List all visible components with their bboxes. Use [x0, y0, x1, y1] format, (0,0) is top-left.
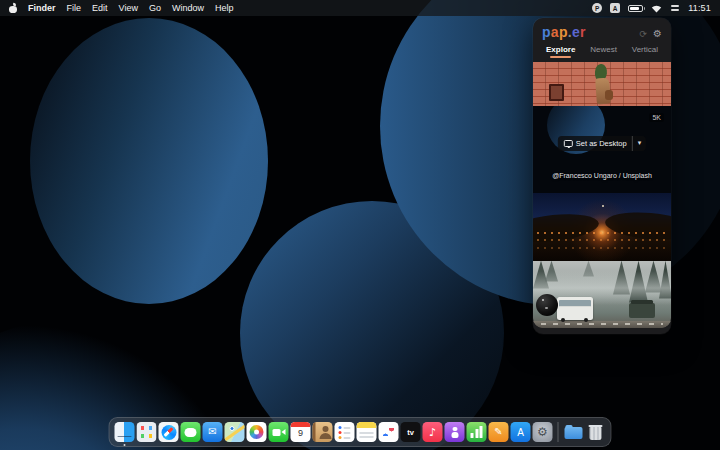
photo-detail — [604, 209, 671, 243]
menu-go[interactable]: Go — [149, 0, 161, 16]
logo-letter: a — [551, 24, 559, 40]
control-center-icon[interactable] — [670, 4, 680, 13]
dock: ✉ 9 tv ♪ ✎ A ⚙ — [109, 417, 612, 447]
monitor-icon — [564, 140, 573, 147]
chevron-down-icon[interactable]: ▾ — [633, 137, 647, 150]
dock-safari-icon[interactable] — [159, 422, 179, 442]
tab-newest[interactable]: Newest — [590, 45, 617, 55]
photo-detail — [629, 303, 655, 318]
dock-freeform-icon[interactable] — [379, 422, 399, 442]
calendar-day-number: 9 — [291, 428, 311, 439]
menu-file[interactable]: File — [67, 0, 82, 16]
wallpaper-thumbnail-foggy-forest[interactable] — [533, 261, 671, 328]
tab-vertical[interactable]: Vertical — [632, 45, 658, 55]
input-source-icon[interactable]: A — [610, 3, 620, 13]
logo-letter: p — [542, 24, 551, 40]
logo-letter: p — [559, 24, 568, 40]
dock-finder-icon[interactable] — [115, 422, 135, 442]
menu-help[interactable]: Help — [215, 0, 234, 16]
dock-music-icon[interactable]: ♪ — [423, 422, 443, 442]
photo-detail — [602, 205, 604, 207]
dock-downloads-folder-icon[interactable] — [564, 422, 584, 442]
wifi-icon[interactable] — [651, 4, 662, 13]
panel-tabs: Explore Newest Vertical — [533, 39, 671, 62]
wallpaper-circle-top-left — [30, 18, 268, 304]
photo-detail — [605, 90, 613, 100]
photo-detail — [537, 232, 667, 234]
dock-messages-icon[interactable] — [181, 422, 201, 442]
dock-podcasts-icon[interactable] — [445, 422, 465, 442]
running-indicator — [124, 444, 126, 446]
menu-bar: Finder File Edit View Go Window Help P A… — [0, 0, 720, 16]
paper-menu-extra-icon[interactable]: P — [592, 3, 602, 13]
menu-bar-clock[interactable]: 11:51 — [688, 3, 711, 13]
dock-maps-icon[interactable] — [225, 422, 245, 442]
panel-header: pap.er ⟳ ⚙ — [533, 18, 671, 39]
dock-contacts-icon[interactable] — [313, 422, 333, 442]
photo-detail — [536, 294, 558, 316]
photo-detail — [533, 321, 671, 328]
dock-pages-icon[interactable]: ✎ — [489, 422, 509, 442]
settings-gear-icon[interactable]: ⚙ — [653, 29, 662, 39]
wallpaper-thumbnail-campfire[interactable] — [533, 193, 671, 261]
dock-notes-icon[interactable] — [357, 422, 377, 442]
dock-facetime-icon[interactable] — [269, 422, 289, 442]
refresh-icon[interactable]: ⟳ — [639, 30, 647, 39]
resolution-badge: 5K — [649, 113, 664, 123]
dock-divider — [558, 422, 559, 442]
photo-attribution-link[interactable]: @Francesco Ungaro / Unsplash — [533, 172, 671, 179]
dock-reminders-icon[interactable] — [335, 422, 355, 442]
wallpaper-thumbnail-brick-wall[interactable] — [533, 62, 671, 106]
dock-numbers-icon[interactable] — [467, 422, 487, 442]
dock-launchpad-icon[interactable] — [137, 422, 157, 442]
dock-photos-icon[interactable] — [247, 422, 267, 442]
dock-tv-icon[interactable]: tv — [401, 422, 421, 442]
dock-appstore-icon[interactable]: A — [511, 422, 531, 442]
dock-trash-icon[interactable] — [586, 422, 606, 442]
logo-letter: r — [580, 24, 586, 40]
logo-letter: e — [572, 24, 580, 40]
photo-detail — [549, 84, 564, 101]
set-as-desktop-label: Set as Desktop — [576, 140, 627, 148]
menu-view[interactable]: View — [119, 0, 138, 16]
paper-logo: pap.er — [542, 25, 586, 39]
menu-window[interactable]: Window — [172, 0, 204, 16]
photo-detail — [557, 297, 593, 320]
dock-mail-icon[interactable]: ✉ — [203, 422, 223, 442]
menu-finder[interactable]: Finder — [28, 0, 56, 16]
battery-icon[interactable] — [628, 5, 643, 12]
wallpaper-thumbnail-blue-circles[interactable]: 5K Set as Desktop ▾ @Francesco Ungaro / … — [533, 106, 671, 193]
tab-explore[interactable]: Explore — [546, 45, 575, 55]
set-as-desktop-split-button: Set as Desktop ▾ — [558, 136, 646, 152]
paper-dropdown-panel: pap.er ⟳ ⚙ Explore Newest Vertical 5K Se… — [533, 18, 671, 334]
photo-detail — [537, 247, 667, 249]
set-as-desktop-button[interactable]: Set as Desktop — [558, 136, 632, 152]
dock-calendar-icon[interactable]: 9 — [291, 422, 311, 442]
menu-edit[interactable]: Edit — [92, 0, 108, 16]
dock-settings-icon[interactable]: ⚙ — [533, 422, 553, 442]
apple-menu-icon[interactable] — [9, 4, 17, 13]
photo-detail — [537, 239, 667, 241]
